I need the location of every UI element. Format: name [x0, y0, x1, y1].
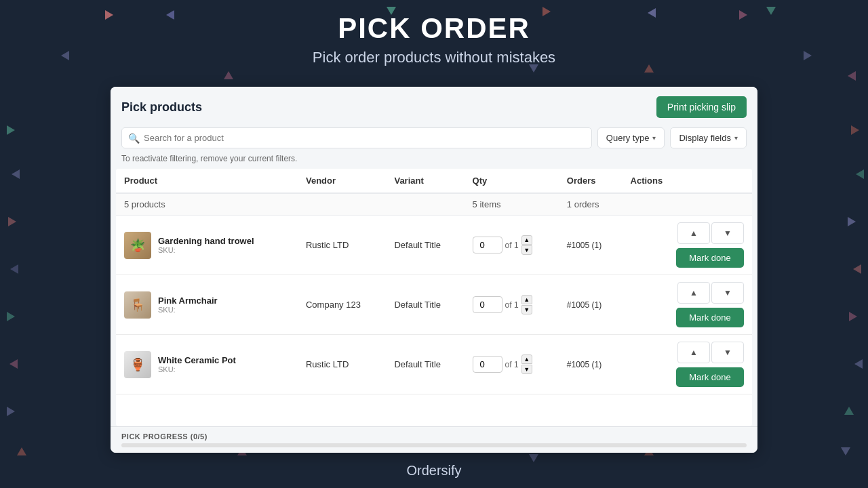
col-orders: Orders — [559, 169, 623, 193]
product-thumb-1: 🪴 — [124, 232, 151, 259]
footer-brand: Ordersify — [0, 463, 868, 479]
qty-input-2[interactable] — [473, 296, 502, 313]
qty-cell-1: of 1 ▲ ▼ — [465, 216, 559, 275]
summary-products: 5 products — [116, 193, 298, 216]
order-badge-3: #1005 (1) — [567, 360, 601, 369]
header-section: PICK ORDER Pick order products without m… — [0, 12, 868, 66]
chevron-up-btn-2[interactable]: ▲ — [677, 282, 710, 304]
qty-input-1[interactable] — [473, 237, 502, 253]
display-fields-dropdown[interactable]: Display fields ▾ — [670, 127, 747, 148]
qty-spinner-1: ▲ ▼ — [521, 235, 532, 255]
product-name-block-3: White Ceramic Pot SKU: — [158, 355, 236, 373]
table-row: 🏺 White Ceramic Pot SKU: Rustic LTD Defa… — [116, 335, 752, 394]
actions-2: ▲ ▼ Mark done — [631, 282, 744, 327]
product-sku-3: SKU: — [158, 365, 236, 373]
variant-cell-2: Default Title — [386, 275, 464, 335]
qty-cell-2: of 1 ▲ ▼ — [465, 275, 559, 335]
main-panel: Pick products Print picking slip 🔍 Query… — [111, 87, 757, 453]
vendor-cell-3: Rustic LTD — [298, 335, 386, 394]
table-row: 🪑 Pink Armchair SKU: Company 123 Default… — [116, 275, 752, 335]
table-area: Product Vendor Variant Qty Orders Action… — [116, 169, 752, 426]
actions-cell-2: ▲ ▼ Mark done — [623, 275, 752, 335]
chevron-btns-3: ▲ ▼ — [677, 342, 744, 363]
col-product: Product — [116, 169, 298, 193]
col-vendor: Vendor — [298, 169, 386, 193]
thumb-img-gardening: 🪴 — [124, 232, 151, 259]
product-name-1: Gardening hand trowel — [158, 236, 254, 246]
search-wrapper: 🔍 — [121, 127, 592, 148]
actions-1: ▲ ▼ Mark done — [631, 222, 744, 268]
chevron-btns-1: ▲ ▼ — [677, 222, 744, 244]
mark-done-btn-2[interactable]: Mark done — [676, 308, 744, 327]
progress-bar-section: PICK PROGRESS (0/5) — [111, 426, 757, 453]
chevron-down-icon: ▾ — [652, 134, 656, 142]
panel-title: Pick products — [121, 100, 202, 115]
qty-up-2[interactable]: ▲ — [521, 295, 532, 304]
summary-actions — [623, 193, 752, 216]
actions-cell-3: ▲ ▼ Mark done — [623, 335, 752, 394]
chevron-down-icon: ▾ — [734, 134, 738, 142]
product-name-3: White Ceramic Pot — [158, 355, 236, 365]
order-badge-2: #1005 (1) — [567, 300, 601, 310]
vendor-cell-2: Company 123 — [298, 275, 386, 335]
qty-input-wrap-2: of 1 ▲ ▼ — [473, 295, 551, 314]
query-type-dropdown[interactable]: Query type ▾ — [597, 127, 665, 148]
product-thumb-2: 🪑 — [124, 291, 151, 319]
product-info-2: 🪑 Pink Armchair SKU: — [124, 291, 290, 319]
col-variant: Variant — [386, 169, 464, 193]
actions-3: ▲ ▼ Mark done — [631, 342, 744, 387]
col-qty: Qty — [465, 169, 559, 193]
filter-hint: To reactivate filtering, remove your cur… — [111, 152, 757, 169]
qty-of-1: of 1 — [505, 241, 519, 250]
order-cell-3: #1005 (1) — [559, 335, 623, 394]
product-info-3: 🏺 White Ceramic Pot SKU: — [124, 351, 290, 378]
sub-title: Pick order products without mistakes — [0, 49, 868, 66]
product-name-block-1: Gardening hand trowel SKU: — [158, 236, 254, 254]
product-name-2: Pink Armchair — [158, 296, 218, 306]
qty-of-2: of 1 — [505, 300, 519, 310]
summary-variant — [386, 193, 464, 216]
product-sku-1: SKU: — [158, 246, 254, 254]
progress-track — [121, 443, 747, 447]
order-badge-1: #1005 (1) — [567, 241, 601, 250]
summary-items: 5 items — [465, 193, 559, 216]
qty-spinner-3: ▲ ▼ — [521, 354, 532, 374]
variant-cell-3: Default Title — [386, 335, 464, 394]
thumb-img-ceramic: 🏺 — [124, 351, 151, 378]
main-title: PICK ORDER — [0, 12, 868, 45]
qty-up-1[interactable]: ▲ — [521, 235, 532, 245]
product-cell-3: 🏺 White Ceramic Pot SKU: — [116, 335, 298, 394]
qty-of-3: of 1 — [505, 360, 519, 369]
chevron-down-btn-3[interactable]: ▼ — [711, 342, 744, 363]
chevron-up-btn-3[interactable]: ▲ — [677, 342, 710, 363]
qty-cell-3: of 1 ▲ ▼ — [465, 335, 559, 394]
product-cell-1: 🪴 Gardening hand trowel SKU: — [116, 216, 298, 275]
qty-input-wrap-3: of 1 ▲ ▼ — [473, 354, 551, 374]
qty-down-3[interactable]: ▼ — [521, 365, 532, 374]
actions-cell-1: ▲ ▼ Mark done — [623, 216, 752, 275]
qty-down-1[interactable]: ▼ — [521, 245, 532, 255]
mark-done-btn-3[interactable]: Mark done — [676, 367, 744, 387]
col-actions: Actions — [623, 169, 752, 193]
mark-done-btn-1[interactable]: Mark done — [676, 248, 744, 268]
filters-row: 🔍 Query type ▾ Display fields ▾ — [111, 125, 757, 152]
summary-row: 5 products 5 items 1 orders — [116, 193, 752, 216]
summary-orders: 1 orders — [559, 193, 623, 216]
qty-input-3[interactable] — [473, 356, 502, 373]
summary-vendor — [298, 193, 386, 216]
product-sku-2: SKU: — [158, 306, 218, 314]
chevron-btns-2: ▲ ▼ — [677, 282, 744, 304]
qty-up-3[interactable]: ▲ — [521, 354, 532, 364]
search-icon: 🔍 — [128, 133, 140, 144]
product-info-1: 🪴 Gardening hand trowel SKU: — [124, 232, 290, 259]
products-table: Product Vendor Variant Qty Orders Action… — [116, 169, 752, 394]
panel-header: Pick products Print picking slip — [111, 87, 757, 125]
table-header-row: Product Vendor Variant Qty Orders Action… — [116, 169, 752, 193]
chevron-down-btn-1[interactable]: ▼ — [711, 222, 744, 244]
chevron-down-btn-2[interactable]: ▼ — [711, 282, 744, 304]
qty-down-2[interactable]: ▼ — [521, 305, 532, 314]
order-cell-1: #1005 (1) — [559, 216, 623, 275]
search-input[interactable] — [121, 127, 592, 148]
chevron-up-btn-1[interactable]: ▲ — [677, 222, 710, 244]
print-picking-slip-button[interactable]: Print picking slip — [656, 96, 747, 118]
